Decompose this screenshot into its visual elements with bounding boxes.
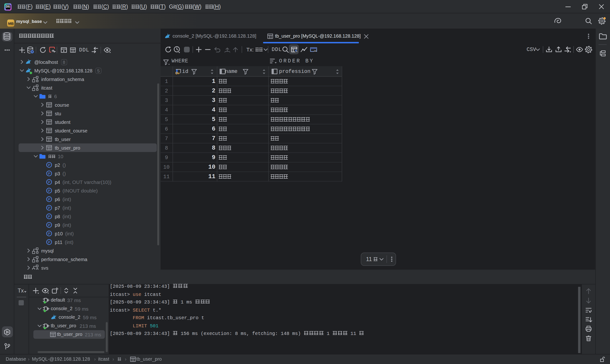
svg-text:P: P <box>48 163 50 167</box>
svg-text:P: P <box>48 232 50 236</box>
svg-text:P: P <box>48 206 50 210</box>
svg-text:P: P <box>48 197 50 201</box>
svg-text:P: P <box>48 171 50 176</box>
svg-text:P: P <box>48 214 50 219</box>
svg-text:P: P <box>48 180 50 184</box>
svg-text:P: P <box>48 240 50 244</box>
svg-text:P: P <box>48 223 50 227</box>
svg-text:P: P <box>48 189 50 193</box>
